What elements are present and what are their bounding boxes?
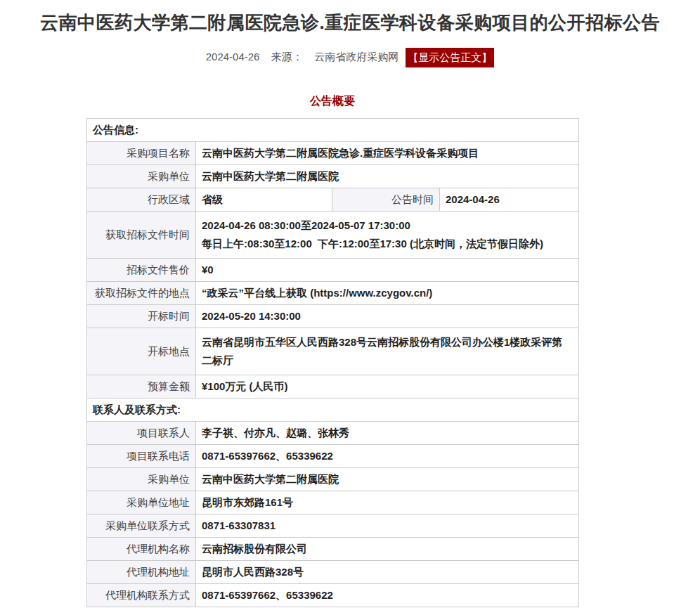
field-value: 云南中医药大学第二附属医院 — [196, 165, 579, 188]
field-label: 项目联系电话 — [87, 445, 196, 468]
row-project-name: 采购项目名称 云南中医药大学第二附属医院急诊.重症医学科设备采购项目 — [87, 142, 579, 165]
row-budget-amount: 预算金额 ¥100万元 (人民币) — [87, 375, 579, 399]
row-document-location: 获取招标文件的地点 “政采云”平台线上获取 (https://www.zcygo… — [87, 282, 579, 305]
source-name: 云南省政府采购网 — [314, 51, 398, 63]
field-label: 采购单位联系方式 — [87, 514, 196, 538]
field-value-line1: 2024-04-26 08:30:00至2024-05-07 17:30:00 — [202, 216, 573, 235]
row-project-phone: 项目联系电话 0871-65397662、65339622 — [87, 445, 579, 468]
field-value: 0871-63307831 — [196, 514, 579, 538]
row-bid-opening-location: 开标地点 云南省昆明市五华区人民西路328号云南招标股份有限公司办公楼1楼政采评… — [87, 328, 579, 375]
field-value: 昆明市东郊路161号 — [196, 491, 579, 514]
field-value: 李子祺、付亦凡、赵璐、张林秀 — [196, 422, 579, 445]
field-value-line2: 每日上午:08:30至12:00 下午:12:00至17:30 (北京时间，法定… — [202, 235, 573, 253]
meta-line: 2024-04-26 来源： 云南省政府采购网 【显示公告正文】 — [0, 48, 700, 67]
page-title: 云南中医药大学第二附属医院急诊.重症医学科设备采购项目的公开招标公告 — [21, 11, 679, 34]
announcement-summary-table: 公告信息: 采购项目名称 云南中医药大学第二附属医院急诊.重症医学科设备采购项目… — [86, 118, 579, 607]
field-value: 0871-65397662、65339622 — [196, 445, 579, 468]
field-value: 云南中医药大学第二附属医院 — [196, 468, 579, 491]
field-label: 采购项目名称 — [87, 142, 196, 165]
field-label: 开标地点 — [87, 328, 196, 375]
field-value: 省级 — [196, 188, 332, 212]
field-label: 采购单位地址 — [87, 491, 196, 514]
source-label: 来源： — [271, 51, 303, 63]
section-row-contact-info: 联系人及联系方式: — [87, 399, 579, 422]
row-agency-name: 代理机构名称 云南招标股份有限公司 — [87, 538, 579, 561]
section-row-announcement-info: 公告信息: — [87, 119, 579, 142]
section-header: 公告信息: — [87, 119, 579, 142]
content-area: 公告概要 公告信息: 采购项目名称 云南中医药大学第二附属医院急诊.重症医学科设… — [86, 94, 578, 607]
field-value: 云南招标股份有限公司 — [196, 538, 579, 561]
field-label: 采购单位 — [87, 165, 196, 188]
field-label: 招标文件售价 — [87, 259, 196, 282]
row-purchasing-unit: 采购单位 云南中医药大学第二附属医院 — [87, 165, 579, 188]
section-header: 联系人及联系方式: — [87, 399, 579, 422]
row-document-time: 获取招标文件时间 2024-04-26 08:30:00至2024-05-07 … — [87, 212, 579, 259]
field-label: 行政区域 — [87, 188, 196, 212]
row-document-price: 招标文件售价 ¥0 — [87, 259, 579, 282]
field-value: ¥0 — [196, 259, 579, 282]
field-value: 0871-65397662、65339622 — [196, 584, 579, 607]
publish-date: 2024-04-26 — [206, 51, 260, 63]
field-label: 公告时间 — [332, 188, 440, 212]
field-label: 开标时间 — [87, 305, 196, 328]
row-agency-contact: 代理机构联系方式 0871-65397662、65339622 — [87, 584, 579, 607]
field-value: 云南省昆明市五华区人民西路328号云南招标股份有限公司办公楼1楼政采评第二标厅 — [196, 328, 579, 375]
row-purchasing-unit-name: 采购单位 云南中医药大学第二附属医院 — [87, 468, 579, 491]
row-region-and-date: 行政区域 省级 公告时间 2024-04-26 — [87, 188, 579, 212]
field-value: “政采云”平台线上获取 (https://www.zcygov.cn/) — [196, 282, 579, 305]
field-label: 获取招标文件时间 — [87, 212, 196, 259]
page: 云南中医药大学第二附属医院急诊.重症医学科设备采购项目的公开招标公告 2024-… — [0, 0, 700, 615]
field-value: 云南中医药大学第二附属医院急诊.重症医学科设备采购项目 — [196, 142, 579, 165]
field-label: 代理机构名称 — [87, 538, 196, 561]
row-agency-address: 代理机构地址 昆明市人民西路328号 — [87, 561, 579, 584]
field-value: 2024-05-20 14:30:00 — [196, 305, 579, 328]
field-value: ¥100万元 (人民币) — [196, 375, 579, 399]
field-label: 采购单位 — [87, 468, 196, 491]
row-bid-opening-time: 开标时间 2024-05-20 14:30:00 — [87, 305, 579, 328]
field-value: 2024-04-26 08:30:00至2024-05-07 17:30:00 … — [196, 212, 579, 259]
row-project-contacts: 项目联系人 李子祺、付亦凡、赵璐、张林秀 — [87, 422, 579, 445]
row-purchasing-unit-address: 采购单位地址 昆明市东郊路161号 — [87, 491, 579, 514]
field-value: 昆明市人民西路328号 — [196, 561, 579, 584]
field-label: 获取招标文件的地点 — [87, 282, 196, 305]
field-value: 2024-04-26 — [440, 188, 579, 212]
field-label: 预算金额 — [87, 375, 196, 399]
field-label: 项目联系人 — [87, 422, 196, 445]
field-label: 代理机构地址 — [87, 561, 196, 584]
summary-heading: 公告概要 — [86, 94, 578, 109]
field-label: 代理机构联系方式 — [87, 584, 196, 607]
show-full-announcement-button[interactable]: 【显示公告正文】 — [406, 48, 494, 67]
row-purchasing-unit-contact: 采购单位联系方式 0871-63307831 — [87, 514, 579, 538]
